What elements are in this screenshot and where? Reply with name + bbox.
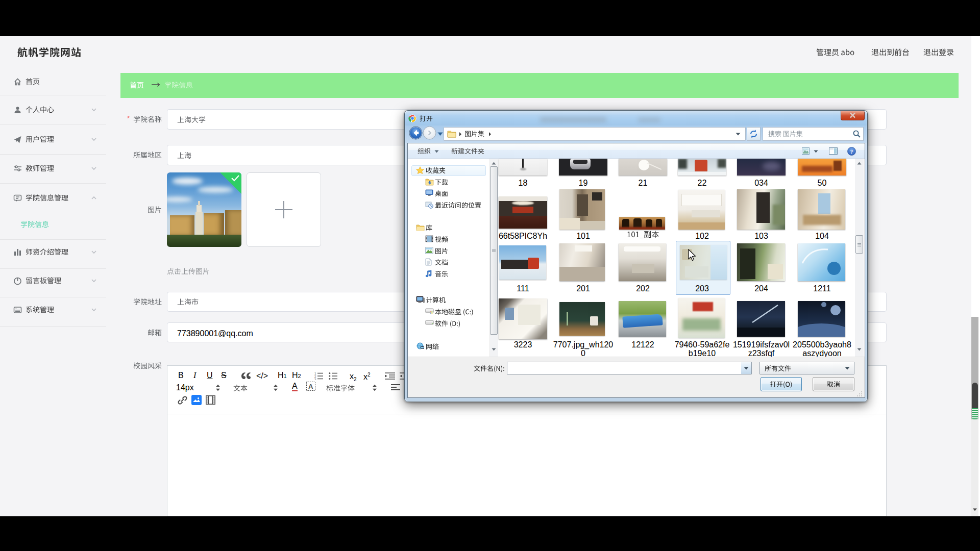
- svg-text:3: 3: [314, 378, 316, 381]
- svg-text:A: A: [308, 383, 313, 390]
- svg-text:?: ?: [850, 148, 853, 155]
